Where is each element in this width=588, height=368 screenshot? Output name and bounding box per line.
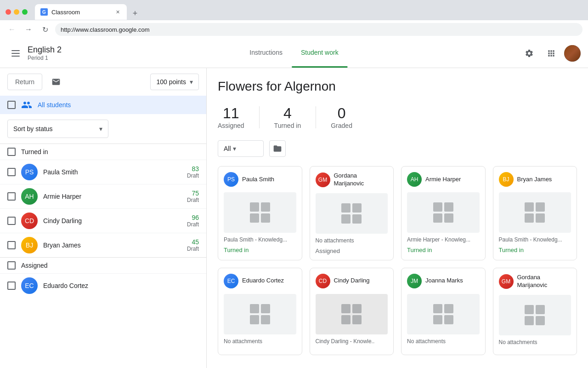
students-icon	[21, 99, 32, 110]
filter-row: All ▾	[218, 140, 577, 157]
student-checkbox-bryan[interactable]	[7, 241, 16, 249]
student-row-armie[interactable]: AH Armie Harper 75 Draft	[0, 184, 206, 208]
student-checkbox-cindy[interactable]	[7, 217, 16, 225]
nav-actions	[520, 44, 581, 63]
student-checkbox-armie[interactable]	[7, 192, 16, 201]
student-avatar-bryan: BJ	[21, 237, 38, 253]
back-button[interactable]: ←	[6, 23, 18, 36]
turned-in-label: Turned in	[21, 148, 48, 155]
graded-label-count: Graded	[331, 122, 352, 129]
doc-grid-icon	[339, 302, 363, 326]
card-gordana-2[interactable]: GM Gordana Marijanovic No attachments	[493, 268, 577, 355]
card-avatar-eduardo: EC	[224, 274, 238, 288]
doc-grid-icon	[523, 303, 547, 327]
tab-student-work[interactable]: Student work	[292, 39, 348, 68]
turned-in-checkbox[interactable]	[7, 148, 16, 156]
card-name-eduardo: Eduardo Cortez	[242, 277, 284, 285]
card-armie[interactable]: AH Armie Harper Armie Harper - Knowleg..…	[401, 166, 486, 260]
folder-button[interactable]	[269, 140, 286, 157]
settings-button[interactable]	[520, 44, 538, 63]
tab-close-button[interactable]: ✕	[114, 8, 121, 16]
minimize-window-button[interactable]	[14, 9, 19, 15]
card-filename-armie: Armie Harper - Knowleg...	[401, 233, 485, 245]
student-row-bryan[interactable]: BJ Bryan James 45 Draft	[0, 233, 206, 257]
card-filename-paula: Paula Smith - Knowledg...	[218, 233, 302, 245]
student-row-eduardo[interactable]: EC Eduardo Cortez	[0, 273, 206, 298]
browser-tab-classroom[interactable]: G Classroom ✕	[35, 4, 127, 20]
doc-grid-icon	[431, 302, 455, 326]
card-cindy[interactable]: CD Cindy Darling Cindy Darling - Knowle.…	[310, 268, 394, 355]
card-thumbnail-joanna	[407, 294, 480, 334]
doc-grid-icon	[248, 302, 272, 326]
assigned-count: 11	[223, 105, 239, 122]
student-name-bryan: Bryan James	[43, 242, 181, 249]
card-avatar-gordana: GM	[316, 172, 330, 187]
content: Flowers for Algernon 11 Assigned 4 Turne…	[207, 68, 588, 368]
user-avatar[interactable]	[564, 45, 581, 62]
card-paula[interactable]: PS Paula Smith Paula Smith - Knowledg...	[218, 166, 302, 260]
student-row-cindy[interactable]: CD Cindy Darling 96 Draft	[0, 208, 206, 233]
tab-instructions[interactable]: Instructions	[240, 39, 292, 68]
maximize-window-button[interactable]	[22, 9, 28, 15]
forward-button[interactable]: →	[22, 23, 35, 36]
return-button[interactable]: Return	[7, 74, 42, 90]
card-name-gordana: Gordana Marijanovic	[334, 172, 388, 188]
sidebar: Return 100 points ▾ All students	[0, 68, 207, 368]
doc-grid-icon	[248, 201, 272, 224]
card-avatar-paula: PS	[224, 172, 238, 187]
apps-button[interactable]	[542, 44, 560, 63]
student-name-cindy: Cindy Darling	[43, 217, 181, 224]
student-avatar-armie: AH	[21, 188, 38, 205]
card-header-joanna: JM Joanna Marks	[401, 268, 485, 294]
stat-graded: 0 Graded	[316, 105, 367, 129]
reload-button[interactable]: ↻	[39, 23, 51, 36]
assignment-title: Flowers for Algernon	[218, 79, 577, 94]
card-name-paula: Paula Smith	[242, 176, 274, 184]
sort-row: Sort by status ▾	[0, 114, 206, 144]
url-bar[interactable]: http://www.classroom.google.com	[55, 23, 582, 36]
assigned-checkbox[interactable]	[7, 261, 16, 270]
mail-icon	[51, 77, 61, 86]
close-window-button[interactable]	[6, 9, 11, 15]
student-row-paula[interactable]: PS Paula Smith 83 Draft	[0, 160, 206, 184]
card-header-bryan: BJ Bryan James	[493, 167, 577, 192]
doc-grid-icon	[523, 201, 547, 224]
main-layout: Return 100 points ▾ All students	[0, 68, 588, 368]
mail-button[interactable]	[48, 74, 64, 90]
card-joanna[interactable]: JM Joanna Marks No attachments	[401, 268, 486, 355]
card-eduardo[interactable]: EC Eduardo Cortez No attachments	[218, 268, 302, 355]
card-avatar-cindy: CD	[316, 274, 330, 288]
card-header-armie: AH Armie Harper	[401, 167, 485, 192]
card-header-cindy: CD Cindy Darling	[310, 268, 394, 294]
app: English 2 Period 1 Instructions Student …	[0, 39, 588, 368]
student-checkbox-paula[interactable]	[7, 168, 16, 176]
points-selector[interactable]: 100 points ▾	[150, 74, 199, 90]
turned-in-section-header: Turned in	[0, 144, 206, 160]
student-score-armie: 75 Draft	[187, 190, 199, 203]
card-gordana[interactable]: GM Gordana Marijanovic No attachments	[310, 166, 394, 260]
card-thumbnail-bryan	[499, 192, 571, 233]
hamburger-menu[interactable]	[7, 45, 24, 62]
student-name-armie: Armie Harper	[43, 193, 181, 200]
card-filename-joanna: No attachments	[401, 334, 485, 346]
card-status-gordana-2	[493, 347, 577, 355]
new-tab-button[interactable]: +	[129, 7, 141, 20]
card-bryan[interactable]: BJ Bryan James Paula Smith - Knowledg...	[493, 166, 577, 260]
all-students-row[interactable]: All students	[0, 96, 206, 114]
filter-all-select[interactable]: All ▾	[218, 140, 264, 157]
all-students-checkbox[interactable]	[7, 101, 16, 109]
card-filename-gordana: No attachments	[310, 234, 394, 246]
card-avatar-bryan: BJ	[499, 172, 514, 187]
graded-count: 0	[338, 105, 346, 122]
stat-assigned: 11 Assigned	[218, 105, 259, 129]
card-status-joanna	[401, 346, 485, 354]
card-name-bryan: Bryan James	[517, 176, 552, 184]
turned-in-label-count: Turned in	[274, 122, 301, 129]
sort-by-status-select[interactable]: Sort by status ▾	[7, 120, 108, 138]
card-header-gordana: GM Gordana Marijanovic	[310, 167, 394, 193]
doc-grid-icon	[339, 201, 363, 225]
cards-grid: PS Paula Smith Paula Smith - Knowledg...	[218, 166, 577, 355]
student-score-cindy: 96 Draft	[187, 214, 199, 228]
brand-title: English 2	[28, 45, 62, 55]
student-checkbox-eduardo[interactable]	[7, 282, 16, 290]
